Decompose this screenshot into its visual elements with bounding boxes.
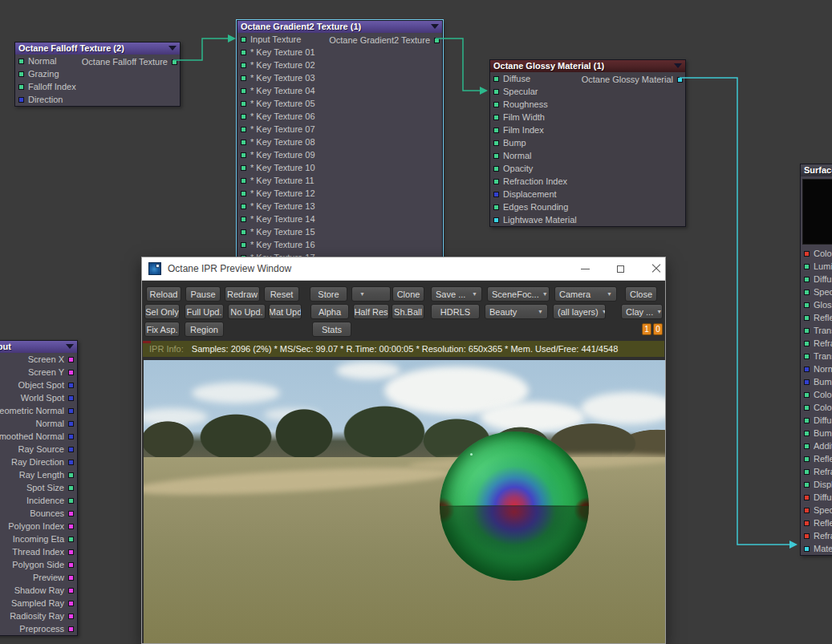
node-header[interactable]: Octane Falloff Texture (2) [15,43,180,55]
input-port[interactable] [804,444,810,449]
reload-button[interactable]: Reload [146,286,181,302]
input-port[interactable] [241,242,246,248]
input-port[interactable] [804,264,810,269]
close-button[interactable]: Close [625,286,657,302]
output-port[interactable] [68,575,74,581]
toggle-0-button[interactable]: 0 [653,323,663,335]
input-port[interactable] [804,328,810,334]
input-port[interactable] [804,354,810,359]
input-port[interactable] [241,152,246,158]
input-port[interactable] [18,59,24,64]
input-port[interactable] [241,37,246,43]
output-port[interactable] [434,38,440,43]
input-port[interactable] [493,179,499,184]
input-port[interactable] [804,277,810,282]
output-port[interactable] [68,472,74,478]
node-header[interactable]: Octane Gradient2 Texture (1) [237,21,442,33]
shader-ball-button[interactable]: Sh.Ball [392,304,424,319]
node-header[interactable]: Input [0,341,77,353]
fix-aspect-button[interactable]: Fix Asp. [144,322,180,337]
alpha-button[interactable]: Alpha [310,304,349,319]
input-port[interactable] [18,84,24,90]
input-port[interactable] [804,520,810,526]
octane-glossy-material-node[interactable]: Octane Glossy Material (1) Octane Glossy… [489,59,686,227]
output-port[interactable] [68,601,74,606]
store-button[interactable]: Store [310,286,347,302]
scene-focus-dropdown[interactable]: SceneFoc... [487,286,550,302]
layers-dropdown[interactable]: (all layers) [553,304,606,319]
input-port[interactable] [493,102,499,107]
input-port[interactable] [241,140,246,145]
input-port[interactable] [804,482,810,488]
input-port[interactable] [241,127,246,132]
toggle-1-button[interactable]: 1 [642,323,651,335]
camera-dropdown[interactable]: Camera [554,286,617,302]
render-viewport[interactable] [144,360,665,643]
input-port[interactable] [493,192,499,197]
input-port[interactable] [493,128,499,133]
input-port[interactable] [804,546,810,552]
save-dropdown[interactable]: Save ... [431,286,482,302]
output-port[interactable] [68,524,74,529]
output-port[interactable] [68,626,74,632]
output-port[interactable] [68,614,74,619]
clone-button[interactable]: Clone [392,286,424,302]
output-port[interactable] [68,434,74,439]
reset-button[interactable]: Reset [264,286,299,302]
input-port[interactable] [804,341,810,346]
input-port[interactable] [804,392,810,398]
output-port[interactable] [68,357,74,363]
surface-node[interactable]: Surface Color Luminosity Diffuse Specula… [800,164,832,556]
clay-mode-dropdown[interactable]: Clay ... [621,304,663,319]
output-port[interactable] [172,59,177,65]
input-port[interactable] [804,302,810,308]
input-port[interactable] [493,115,499,120]
input-port[interactable] [241,88,246,94]
output-port[interactable] [68,562,74,568]
store-slot-dropdown[interactable] [351,286,391,302]
full-update-button[interactable]: Full Upd. [185,304,224,319]
input-port[interactable] [241,63,246,68]
input-port[interactable] [241,50,246,55]
no-update-button[interactable]: No Upd. [228,304,266,319]
mat-update-button[interactable]: Mat Upd [269,304,302,319]
redraw-button[interactable]: Redraw [225,286,260,302]
input-port[interactable] [241,217,246,222]
octane-falloff-texture-node[interactable]: Octane Falloff Texture (2) Octane Fallof… [14,42,181,107]
input-port[interactable] [804,495,810,500]
node-header[interactable]: Surface [801,164,832,176]
output-port[interactable] [68,511,74,516]
input-port[interactable] [493,76,499,82]
region-button[interactable]: Region [185,322,224,337]
input-port[interactable] [804,290,810,295]
half-res-button[interactable]: Half Res [353,304,389,319]
render-pass-dropdown[interactable]: Beauty [485,304,548,319]
pause-button[interactable]: Pause [185,286,221,302]
titlebar[interactable]: Octane IPR Preview Window [142,257,665,281]
input-node[interactable]: Input Screen X Screen Y Object Spot Worl… [0,340,78,636]
input-port[interactable] [241,204,246,209]
output-port[interactable] [68,447,74,452]
output-port[interactable] [68,460,74,465]
input-port[interactable] [18,97,24,103]
input-port[interactable] [804,315,810,321]
hdrls-button[interactable]: HDRLS [431,304,480,319]
input-port[interactable] [241,165,246,171]
output-port[interactable] [68,588,74,593]
input-port[interactable] [493,166,499,172]
output-port[interactable] [68,421,74,427]
input-port[interactable] [241,191,246,196]
output-port[interactable] [68,537,74,542]
input-port[interactable] [804,508,810,513]
output-port[interactable] [68,370,74,375]
input-port[interactable] [241,229,246,235]
input-port[interactable] [241,178,246,184]
stats-button[interactable]: Stats [312,322,351,337]
input-port[interactable] [493,153,499,159]
output-port[interactable] [677,77,683,83]
maximize-button[interactable] [608,257,632,280]
node-header[interactable]: Octane Glossy Material (1) [490,60,685,72]
output-port[interactable] [68,485,74,491]
input-port[interactable] [493,89,499,95]
input-port[interactable] [493,205,499,210]
